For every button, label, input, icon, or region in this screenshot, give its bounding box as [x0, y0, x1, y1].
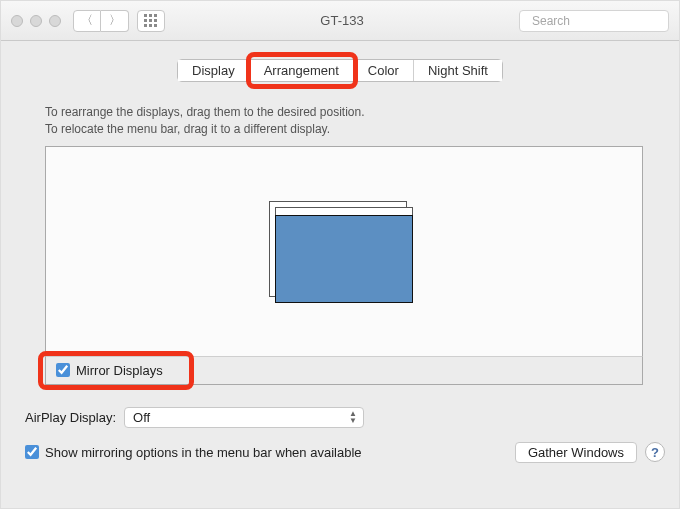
search-field-wrap[interactable] — [519, 10, 669, 32]
mirror-row: Mirror Displays — [45, 356, 643, 385]
instructions-line-1: To rearrange the displays, drag them to … — [45, 104, 643, 121]
svg-rect-2 — [154, 14, 157, 17]
show-mirroring-label[interactable]: Show mirroring options in the menu bar w… — [25, 445, 362, 460]
window-controls — [11, 15, 61, 27]
chevron-left-icon: 〈 — [81, 12, 93, 29]
svg-rect-6 — [144, 24, 147, 27]
gather-windows-button[interactable]: Gather Windows — [515, 442, 637, 463]
display-stack[interactable] — [275, 207, 413, 295]
help-icon: ? — [651, 445, 659, 460]
airplay-select-value: Off — [133, 410, 150, 425]
mirror-displays-label[interactable]: Mirror Displays — [56, 363, 632, 378]
mirror-displays-text: Mirror Displays — [76, 363, 163, 378]
tab-night-shift[interactable]: Night Shift — [414, 60, 502, 81]
titlebar: 〈 〉 GT-133 — [1, 1, 679, 41]
menu-bar-handle[interactable] — [275, 207, 413, 215]
airplay-row: AirPlay Display: Off ▲▼ — [1, 385, 679, 438]
instructions-text: To rearrange the displays, drag them to … — [1, 82, 679, 146]
content-area: Display Arrangement Color Night Shift To… — [1, 41, 679, 508]
svg-rect-0 — [144, 14, 147, 17]
zoom-window-icon[interactable] — [49, 15, 61, 27]
window-title: GT-133 — [173, 13, 511, 28]
svg-rect-8 — [154, 24, 157, 27]
prefs-window: 〈 〉 GT-133 Display Arrangement Color Nig… — [0, 0, 680, 509]
show-all-button[interactable] — [137, 10, 165, 32]
tab-arrangement[interactable]: Arrangement — [250, 60, 354, 81]
svg-rect-3 — [144, 19, 147, 22]
search-input[interactable] — [532, 14, 680, 28]
tab-bar: Display Arrangement Color Night Shift — [1, 41, 679, 82]
display-front-icon[interactable] — [275, 215, 413, 303]
airplay-select[interactable]: Off ▲▼ — [124, 407, 364, 428]
tab-color[interactable]: Color — [354, 60, 414, 81]
caret-updown-icon: ▲▼ — [349, 410, 357, 424]
mirror-displays-checkbox[interactable] — [56, 363, 70, 377]
tab-display[interactable]: Display — [178, 60, 250, 81]
svg-rect-5 — [154, 19, 157, 22]
show-mirroring-checkbox[interactable] — [25, 445, 39, 459]
tab-group: Display Arrangement Color Night Shift — [177, 59, 503, 82]
airplay-label: AirPlay Display: — [25, 410, 116, 425]
svg-rect-4 — [149, 19, 152, 22]
bottom-right-group: Gather Windows ? — [515, 442, 665, 463]
svg-rect-7 — [149, 24, 152, 27]
show-mirroring-text: Show mirroring options in the menu bar w… — [45, 445, 362, 460]
back-button[interactable]: 〈 — [73, 10, 101, 32]
close-window-icon[interactable] — [11, 15, 23, 27]
chevron-right-icon: 〉 — [109, 12, 121, 29]
forward-button[interactable]: 〉 — [101, 10, 129, 32]
help-button[interactable]: ? — [645, 442, 665, 462]
instructions-line-2: To relocate the menu bar, drag it to a d… — [45, 121, 643, 138]
nav-buttons: 〈 〉 — [73, 10, 129, 32]
bottom-row: Show mirroring options in the menu bar w… — [1, 438, 679, 473]
minimize-window-icon[interactable] — [30, 15, 42, 27]
arrangement-canvas[interactable] — [45, 146, 643, 356]
grid-icon — [144, 14, 158, 28]
svg-rect-1 — [149, 14, 152, 17]
